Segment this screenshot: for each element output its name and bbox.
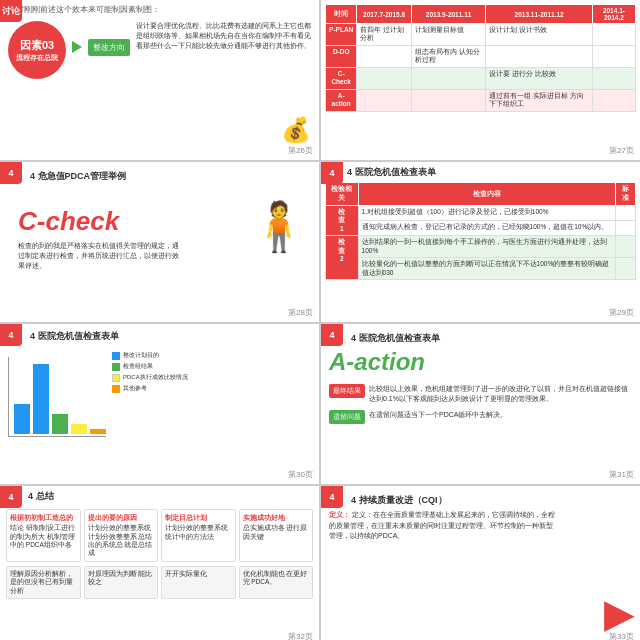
ht-col0: 检验相关 (326, 183, 359, 206)
slide-number-3: 第28页 (288, 307, 313, 318)
summary-box-2: 提出的要的原因 计划分效的整整系统 计划分效整整系 总结出的系统总 就是总结成 (84, 509, 159, 562)
bar-rect-4 (71, 424, 87, 434)
check-c4 (592, 67, 635, 89)
do-c3 (486, 45, 592, 67)
slide-1: 讨论 针对刚刚前述这个效本来可能制因素制图： 因素03 流程存在总院 整改方向 … (0, 0, 319, 160)
summary-box-3: 制定目总计划 计划分效的整整系统 统计中的方法法 (161, 509, 236, 562)
slide-tag-5: 4 (0, 324, 22, 346)
pdca-table: 时间 2017.7-2015.8 2013.9-2011.11 2013.11-… (325, 4, 636, 112)
factor-sub: 流程存在总院 (16, 53, 58, 63)
action-item-1: 最终结果 比较组以上效果，危机组建管理到了进一步的改进化了以前，并且对在机值超链… (329, 384, 632, 404)
summary-box-4: 实施成功好地 总实施成功各 进行原因关键 (239, 509, 314, 562)
label-plan: P-PLAN (326, 24, 357, 46)
do-c4 (592, 45, 635, 67)
legend-label-3: PDCA执行成效比较情况 (123, 373, 188, 382)
th-col3: 2013.11-2011.12 (486, 5, 592, 24)
legend-dot-1 (112, 352, 120, 360)
summary-bot-3: 开开实际量化 (161, 566, 236, 599)
slide-number-1: 第26页 (288, 145, 313, 156)
plan-c2: 计划测量目标值 (411, 24, 486, 46)
chart-container: 整改计划目的 检查组结果 PDCA执行成效比较情况 其他参考 (8, 347, 311, 437)
slide-number-5: 第30页 (288, 469, 313, 480)
factor-circle: 因素03 流程存在总院 (8, 21, 66, 79)
legend-dot-4 (112, 385, 120, 393)
plan-c3: 设计计划 设计书效 (486, 24, 592, 46)
sbox-title-3: 制定目总计划 (165, 513, 232, 522)
slide-2: 时间 2017.7-2015.8 2013.9-2011.11 2013.11-… (321, 0, 640, 160)
ht-cell1b (615, 206, 635, 221)
section-title-8: 4 持续质量改进（CQI） (351, 494, 632, 507)
legend-2: 检查组结果 (112, 362, 188, 371)
label-action: A-action (326, 89, 357, 111)
bar-2 (33, 364, 49, 434)
factor-label: 因素03 (20, 38, 54, 53)
ht-col1: 检查内容 (358, 183, 615, 206)
bar-rect-5 (90, 429, 106, 434)
slide-number-6: 第31页 (609, 469, 634, 480)
th-time: 时间 (326, 5, 357, 24)
legend-label-2: 检查组结果 (123, 362, 153, 371)
cqi-text: 定义： 定义：在在全面质量管理基础上发展起来的，它强调持续的，全程的质量管理，在… (329, 510, 556, 542)
bar-4 (71, 424, 87, 434)
c-check-desc: 检查的到的我是严格落实在机值得关管理的规定，通过制定表进行检查，并将历统进行汇总… (18, 241, 185, 270)
legend-3: PDCA执行成效比较情况 (112, 373, 188, 382)
bar-rect-2 (33, 364, 49, 434)
action-c1 (357, 89, 411, 111)
content-area-1: 因素03 流程存在总院 整改方向 设计要合理优化流程、比比花费有选建的同系上主它… (8, 21, 311, 79)
th-col1: 2017.7-2015.8 (357, 5, 411, 24)
row-do: D-DO 组态布局有内 认知分析过程 (326, 45, 636, 67)
bar-chart (8, 357, 106, 437)
ht-cell3b (615, 236, 635, 258)
slide-4: 4 4 医院危机值检查表单 检验相关 检查内容 标准 检查1 1.对机组接受到超… (321, 162, 640, 322)
top-bar-1: 针对刚刚前述这个效本来可能制因素制图： (8, 4, 311, 15)
sbox-text-1: 结论 研制制设工进行 的制为所大 机制管理中的 PDCA组织中各 (10, 524, 77, 549)
slide-5: 4 4 医院危机值检查表单 (0, 324, 319, 484)
action-c4 (592, 89, 635, 111)
ht-row2: 通知完成病人检查，登记已有记录的方式的，已经知晓100%，超值在10%以内。 (326, 221, 636, 236)
section-title-6: 4 医院危机值检查表单 (351, 332, 632, 345)
right-arrow-icon (72, 41, 82, 53)
bar-rect-3 (52, 414, 68, 434)
sbox-title-4: 实施成功好地 (243, 513, 310, 522)
slide-8: 4 4 持续质量改进（CQI） 定义： 定义：在在全面质量管理基础上发展起来的，… (321, 486, 640, 640)
person-figure-icon: 🧍 (249, 182, 309, 272)
action-c3: 通过前有一组 实际进目标 方向下下组织工 (486, 89, 592, 111)
bar-3 (52, 414, 68, 434)
cqi-red-label: 定义： (329, 511, 350, 518)
bar-5 (90, 429, 106, 434)
slide-tag-1: 讨论 (0, 0, 22, 22)
legend-4: 其他参考 (112, 384, 188, 393)
ht-label1: 检查1 (326, 206, 359, 236)
slide2-top: 时间 2017.7-2015.8 2013.9-2011.11 2013.11-… (325, 4, 636, 112)
ht-row4: 比较量化的一机值以整整的方面判断可以正在情况下不达100%的整整有较明确超值达到… (326, 258, 636, 280)
ht-cell4a: 比较量化的一机值以整整的方面判断可以正在情况下不达100%的整整有较明确超值达到… (358, 258, 615, 280)
ht-cell3a: 达到结果的一到一机值接到每个手工操作的，与医生方面进行沟通并处理，达到100% (358, 236, 615, 258)
sbox-title-1: 根据初初制工造总的 (10, 513, 77, 522)
arrow-figure-icon: ▶ (604, 590, 635, 636)
slide-tag-4: 4 (321, 162, 343, 184)
slide-tag-7: 4 (0, 486, 22, 508)
cqi-body: 定义：在在全面质量管理基础上发展起来的，它强调持续的，全程的质量管理，在注重未来… (329, 511, 555, 539)
legend-label-1: 整改计划目的 (123, 351, 159, 360)
legend-dot-2 (112, 363, 120, 371)
ht-row3: 检查2 达到结果的一到一机值接到每个手工操作的，与医生方面进行沟通并处理，达到1… (326, 236, 636, 258)
slide-grid: 讨论 针对刚刚前述这个效本来可能制因素制图： 因素03 流程存在总院 整改方向 … (0, 0, 640, 640)
bar-rect-1 (14, 404, 30, 434)
slide-number-8: 第33页 (609, 631, 634, 640)
coin-icon: 💰 (281, 116, 311, 144)
th-col2: 2013.9-2011.11 (411, 5, 486, 24)
legend-1: 整改计划目的 (112, 351, 188, 360)
do-c2: 组态布局有内 认知分析过程 (411, 45, 486, 67)
label-check: C-Check (326, 67, 357, 89)
slide-number-2: 第27页 (609, 145, 634, 156)
plan-c1: 前四年 过计划分析 (357, 24, 411, 46)
bar-1 (14, 404, 30, 434)
summary-bottom-boxes: 理解原因分析解析，是的但没有已有到量分析 对原理因为判断 能比较之 开开实际量化… (6, 566, 313, 599)
slide-tag-3: 4 (0, 162, 22, 184)
ht-cell4b (615, 258, 635, 280)
action-direction-box: 整改方向 (88, 39, 130, 56)
check-c1 (357, 67, 411, 89)
slide-6: 4 4 医院危机值检查表单 A-action 最终结果 比较组以上效果，危机组建… (321, 324, 640, 484)
action-text-1: 比较组以上效果，危机组建管理到了进一步的改进化了以前，并且对在机值超链接值达到0… (369, 384, 632, 404)
a-action-title: A-action (329, 348, 632, 376)
